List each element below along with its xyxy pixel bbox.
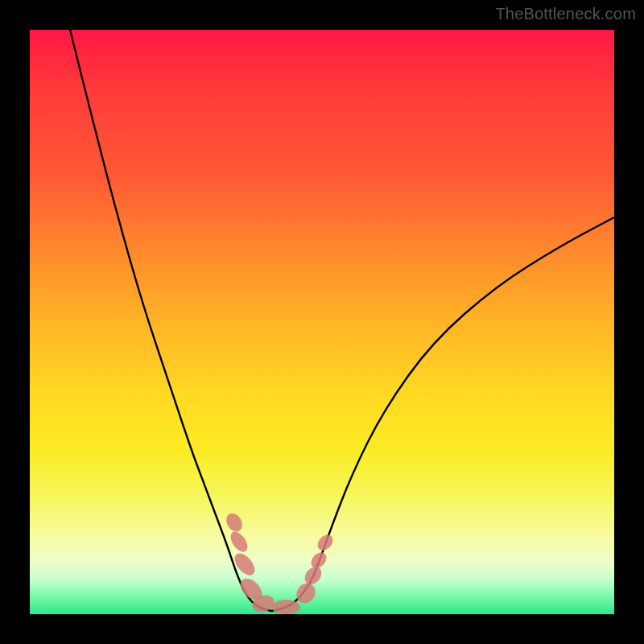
data-marker [223, 510, 246, 535]
curve-group [70, 30, 614, 611]
plot-area [30, 30, 614, 614]
chart-svg [30, 30, 614, 614]
data-marker [315, 531, 336, 553]
outer-frame: TheBottleneck.com [0, 0, 644, 644]
watermark-label: TheBottleneck.com [495, 5, 636, 23]
curve-right-branch [271, 217, 614, 611]
marker-group [223, 510, 336, 614]
data-marker [271, 600, 300, 614]
data-marker [231, 550, 258, 579]
data-marker [227, 529, 250, 555]
